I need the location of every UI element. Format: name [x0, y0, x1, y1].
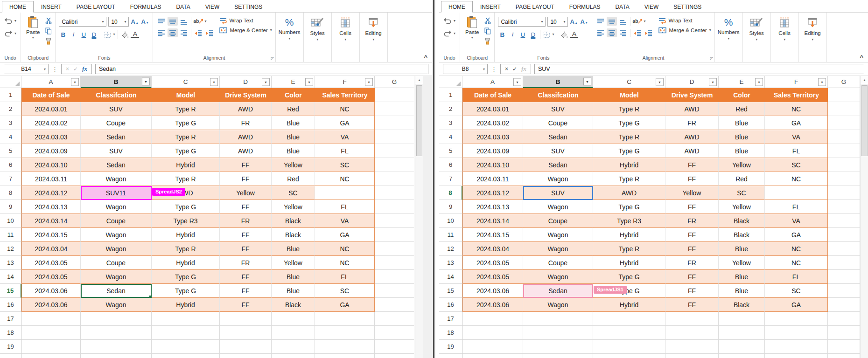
- cell-E20[interactable]: [272, 354, 315, 358]
- cell-C15[interactable]: Type G: [152, 284, 220, 298]
- row-header-18[interactable]: 18: [439, 326, 462, 340]
- cell-C19[interactable]: [152, 340, 220, 354]
- cell-E7[interactable]: Red: [719, 172, 765, 186]
- undo-dropdown-icon[interactable]: ▾: [454, 19, 455, 23]
- align-middle-button[interactable]: [168, 17, 178, 26]
- cell-A2[interactable]: 2024.03.01: [21, 102, 81, 116]
- filter-button-B[interactable]: ▼: [583, 78, 591, 86]
- cell-G8[interactable]: [828, 186, 860, 200]
- cell-D6[interactable]: FF: [665, 158, 719, 172]
- double-underline-button[interactable]: D: [90, 31, 98, 38]
- cell-E1[interactable]: Color: [272, 88, 315, 102]
- cell-E9[interactable]: Yellow: [719, 200, 765, 214]
- cell-E15[interactable]: Blue: [719, 284, 765, 298]
- row-header-7[interactable]: 7: [0, 172, 21, 186]
- cell-G17[interactable]: [828, 312, 860, 326]
- collapse-ribbon-icon[interactable]: ^: [860, 54, 863, 60]
- row-header-2[interactable]: 2: [439, 102, 462, 116]
- cell-A19[interactable]: [21, 340, 81, 354]
- cell-A9[interactable]: 2024.03.13: [462, 200, 523, 214]
- cell-A4[interactable]: 2024.03.03: [21, 130, 81, 144]
- cells-button[interactable]: Cells ▾: [771, 13, 799, 62]
- cell-F9[interactable]: FL: [315, 200, 375, 214]
- cell-D19[interactable]: [220, 340, 272, 354]
- cell-B12[interactable]: Wagon: [81, 242, 152, 256]
- cell-A18[interactable]: [462, 326, 523, 340]
- cell-F19[interactable]: [765, 340, 828, 354]
- cell-G16[interactable]: [828, 298, 860, 312]
- cell-D8[interactable]: Yellow: [665, 186, 719, 200]
- cell-D10[interactable]: FR: [665, 214, 719, 228]
- cell-F5[interactable]: FL: [765, 144, 828, 158]
- row-header-10[interactable]: 10: [0, 214, 21, 228]
- cell-G4[interactable]: [828, 130, 860, 144]
- cell-B13[interactable]: Coupe: [81, 256, 152, 270]
- cell-B8[interactable]: SUV11: [81, 186, 152, 200]
- row-header-3[interactable]: 3: [439, 116, 462, 130]
- cell-B16[interactable]: Wagon: [523, 298, 593, 312]
- cell-G8[interactable]: [375, 186, 414, 200]
- cell-C2[interactable]: Type R: [593, 102, 665, 116]
- cell-G20[interactable]: [375, 354, 414, 358]
- cell-F9[interactable]: FL: [765, 200, 828, 214]
- merge-center-button[interactable]: Merge & Center ▾: [658, 27, 711, 34]
- decrease-indent-button[interactable]: [632, 28, 643, 37]
- cell-F13[interactable]: NC: [315, 256, 375, 270]
- filter-button-A[interactable]: ▼: [513, 78, 521, 86]
- styles-button[interactable]: Styles ▾: [304, 13, 332, 62]
- row-header-6[interactable]: 6: [0, 158, 21, 172]
- row-header-7[interactable]: 7: [439, 172, 462, 186]
- cell-D1[interactable]: Drive System: [665, 88, 719, 102]
- filter-button-F[interactable]: ▼: [365, 78, 373, 86]
- cell-B10[interactable]: Coupe: [523, 214, 593, 228]
- cell-F10[interactable]: VA: [765, 214, 828, 228]
- tab-insert[interactable]: INSERT: [34, 1, 69, 13]
- cell-G1[interactable]: [375, 88, 414, 102]
- cell-E8[interactable]: SC: [272, 186, 315, 200]
- filter-button-B[interactable]: ▼: [142, 78, 150, 86]
- cell-B18[interactable]: [523, 326, 593, 340]
- filter-button-E[interactable]: ▼: [755, 78, 763, 86]
- cell-C6[interactable]: Hybrid: [593, 158, 665, 172]
- scrollbar-thumb[interactable]: [416, 85, 422, 156]
- format-painter-icon[interactable]: [484, 38, 491, 45]
- cell-E13[interactable]: Yellow: [719, 256, 765, 270]
- cell-D1[interactable]: Drive System: [220, 88, 272, 102]
- cell-D12[interactable]: FF: [665, 242, 719, 256]
- cell-D7[interactable]: FF: [665, 172, 719, 186]
- cell-B11[interactable]: Wagon: [523, 228, 593, 242]
- column-header-D[interactable]: D▼: [665, 76, 719, 88]
- text-orientation-button[interactable]: ab: [193, 17, 203, 26]
- row-header-13[interactable]: 13: [439, 256, 462, 270]
- cell-D2[interactable]: AWD: [665, 102, 719, 116]
- cell-F6[interactable]: SC: [765, 158, 828, 172]
- cell-F20[interactable]: [315, 354, 375, 358]
- underline-button[interactable]: U: [79, 31, 88, 38]
- cell-D13[interactable]: FR: [665, 256, 719, 270]
- cell-D7[interactable]: FF: [220, 172, 272, 186]
- cell-D10[interactable]: FR: [220, 214, 272, 228]
- cell-F6[interactable]: SC: [315, 158, 375, 172]
- cell-C3[interactable]: Type G: [152, 116, 220, 130]
- cell-D16[interactable]: FF: [220, 298, 272, 312]
- row-header-11[interactable]: 11: [439, 228, 462, 242]
- cell-F18[interactable]: [315, 326, 375, 340]
- align-left-button[interactable]: [156, 28, 167, 37]
- cell-B4[interactable]: Sedan: [523, 130, 593, 144]
- filter-button-F[interactable]: ▼: [818, 78, 826, 86]
- cell-B5[interactable]: SUV: [523, 144, 593, 158]
- cell-B6[interactable]: Sedan: [81, 158, 152, 172]
- filter-button-C[interactable]: ▼: [210, 78, 218, 86]
- column-header-G[interactable]: G: [375, 76, 414, 88]
- font-size-select[interactable]: 10▾: [108, 17, 129, 27]
- cancel-entry-icon[interactable]: ×: [66, 66, 69, 72]
- cell-F7[interactable]: NC: [315, 172, 375, 186]
- cell-F15[interactable]: SC: [315, 284, 375, 298]
- cell-B3[interactable]: Coupe: [523, 116, 593, 130]
- row-header-11[interactable]: 11: [0, 228, 21, 242]
- row-header-5[interactable]: 5: [439, 144, 462, 158]
- cell-G7[interactable]: [828, 172, 860, 186]
- cell-E18[interactable]: [719, 326, 765, 340]
- cell-F5[interactable]: FL: [315, 144, 375, 158]
- cell-C7[interactable]: Type R: [593, 172, 665, 186]
